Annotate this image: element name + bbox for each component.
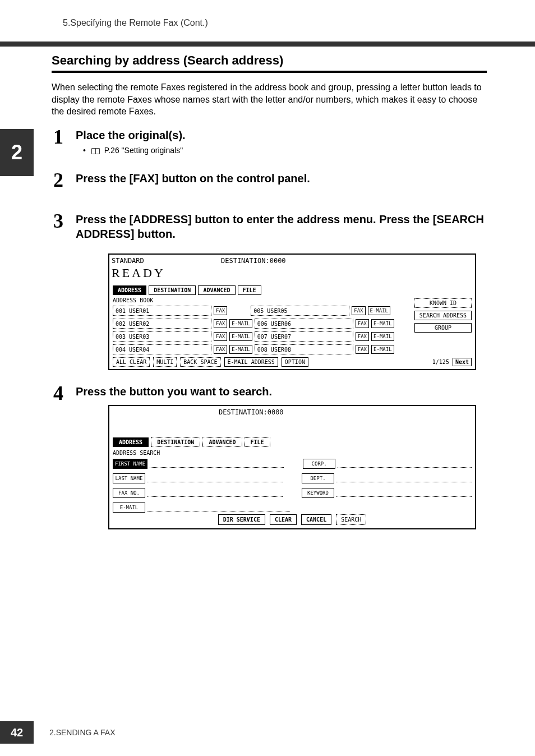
fax-badge[interactable]: FAX <box>214 345 227 354</box>
dir-service-button[interactable]: DIR SERVICE <box>218 514 265 525</box>
all-clear-button[interactable]: ALL CLEAR <box>113 357 150 367</box>
email-badge[interactable]: E-MAIL <box>371 332 394 341</box>
keyword-button[interactable]: KEYWORD <box>302 488 334 498</box>
search-grid: FIRST NAME CORP. LAST NAME DEPT. FAX NO.… <box>113 458 472 516</box>
bottom-bar: ALL CLEAR MULTI BACK SPACE E-MAIL ADDRES… <box>113 357 472 367</box>
option-button[interactable]: OPTION <box>282 357 308 367</box>
list-item[interactable]: 004 USER04 <box>113 344 211 354</box>
list-item[interactable]: 006 USER06 <box>255 319 353 329</box>
tab-file[interactable]: FILE <box>238 285 261 295</box>
section-rule <box>52 71 487 73</box>
header-rule <box>0 42 535 47</box>
step-number: 1 <box>53 125 63 149</box>
chapter-side-tab: 2 <box>0 129 34 176</box>
tab-address[interactable]: ADDRESS <box>113 437 149 447</box>
corp-field[interactable] <box>338 460 472 468</box>
search-address-button[interactable]: SEARCH ADDRESS <box>414 311 472 320</box>
search-button[interactable]: SEARCH <box>336 514 366 525</box>
fax-badge[interactable]: FAX <box>214 332 227 341</box>
book-icon <box>91 148 100 154</box>
keyword-field[interactable] <box>336 489 472 497</box>
section-heading: Searching by address (Search address) <box>52 53 283 68</box>
list-item[interactable]: 007 USER07 <box>255 331 353 342</box>
tab-destination[interactable]: DESTINATION <box>149 285 196 295</box>
tab-destination[interactable]: DESTINATION <box>151 437 200 447</box>
table-row: 001 USER01 FAX 005 USER05 FAX E-MAIL <box>113 305 410 316</box>
top-tabs: ADDRESS DESTINATION ADVANCED FILE <box>113 437 270 447</box>
step-1: 1 Place the original(s). • P.26 "Setting… <box>56 128 487 155</box>
cancel-button[interactable]: CANCEL <box>301 514 331 525</box>
last-name-button[interactable]: LAST NAME <box>113 473 145 483</box>
destination-count: DESTINATION:0000 <box>219 408 284 416</box>
status-area: STANDARD DESTINATION:0000 READY <box>112 257 473 280</box>
list-item[interactable]: 005 USER05 <box>251 306 349 316</box>
known-id-button[interactable]: KNOWN ID <box>414 298 472 308</box>
step-title: Press the [ADDRESS] button to enter the … <box>76 212 487 241</box>
group-button[interactable]: GROUP <box>414 323 472 333</box>
email-field[interactable] <box>147 504 290 511</box>
fax-badge[interactable]: FAX <box>352 306 365 315</box>
step-number: 2 <box>53 168 63 192</box>
fax-no-field[interactable] <box>147 489 283 497</box>
destination-count: DESTINATION:0000 <box>221 257 286 265</box>
email-badge[interactable]: E-MAIL <box>229 345 252 354</box>
fax-badge[interactable]: FAX <box>356 345 369 354</box>
last-name-field[interactable] <box>147 474 283 482</box>
step-2: 2 Press the [FAX] button on the control … <box>56 171 487 186</box>
bottom-bar: DIR SERVICE CLEAR CANCEL SEARCH <box>113 514 472 525</box>
list-item[interactable]: 003 USER03 <box>113 331 211 342</box>
fax-badge[interactable]: FAX <box>214 319 227 328</box>
table-row: 004 USER04 FAX E-MAIL 008 USER08 FAX E-M… <box>113 344 410 355</box>
clear-button[interactable]: CLEAR <box>270 514 297 525</box>
fax-badge[interactable]: FAX <box>356 319 369 328</box>
screenshot-address-book: STANDARD DESTINATION:0000 READY ADDRESS … <box>108 253 476 370</box>
fax-badge[interactable]: FAX <box>214 306 227 315</box>
breadcrumb: 5.Specifying the Remote Fax (Cont.) <box>63 18 208 28</box>
address-search-label: ADDRESS SEARCH <box>113 450 160 456</box>
tab-advanced[interactable]: ADVANCED <box>202 437 242 447</box>
fax-no-button[interactable]: FAX NO. <box>113 488 145 498</box>
backspace-button[interactable]: BACK SPACE <box>180 357 220 367</box>
bullet-icon: • <box>83 146 86 155</box>
ready-label: READY <box>112 266 473 280</box>
email-badge[interactable]: E-MAIL <box>371 345 394 354</box>
fax-badge[interactable]: FAX <box>356 332 369 341</box>
list-item[interactable]: 001 USER01 <box>113 306 211 316</box>
email-badge[interactable]: E-MAIL <box>229 332 252 341</box>
tab-advanced[interactable]: ADVANCED <box>198 285 235 295</box>
side-buttons: KNOWN ID SEARCH ADDRESS GROUP <box>414 298 472 335</box>
step-1-reference-text: P.26 "Setting originals" <box>104 146 183 155</box>
dept-button[interactable]: DEPT. <box>302 473 334 483</box>
pager-label: 1/125 <box>432 359 449 365</box>
next-button[interactable]: Next <box>453 358 472 366</box>
first-name-field[interactable] <box>150 460 284 468</box>
address-list: 001 USER01 FAX 005 USER05 FAX E-MAIL 002… <box>113 305 410 357</box>
email-button[interactable]: E-MAIL <box>113 503 145 513</box>
step-title: Place the original(s). <box>76 128 487 142</box>
list-item[interactable]: 008 USER08 <box>255 344 353 354</box>
dept-field[interactable] <box>336 474 472 482</box>
intro-paragraph: When selecting the remote Faxes register… <box>52 81 487 118</box>
email-badge[interactable]: E-MAIL <box>229 319 252 328</box>
footer: 42 2.SENDING A FAX <box>0 721 535 744</box>
list-item[interactable]: 002 USER02 <box>113 319 211 329</box>
footer-text: 2.SENDING A FAX <box>49 728 116 737</box>
email-address-button[interactable]: E-MAIL ADDRESS <box>224 357 278 367</box>
search-row: FIRST NAME CORP. <box>113 458 472 470</box>
top-tabs: ADDRESS DESTINATION ADVANCED FILE <box>113 285 261 295</box>
email-badge[interactable]: E-MAIL <box>371 319 394 328</box>
tab-file[interactable]: FILE <box>245 437 270 447</box>
step-4: 4 Press the button you want to search. <box>56 384 487 399</box>
search-row: LAST NAME DEPT. <box>113 472 472 485</box>
page-number: 42 <box>0 721 34 744</box>
address-book-label: ADDRESS BOOK <box>113 297 153 303</box>
first-name-button[interactable]: FIRST NAME <box>113 459 147 469</box>
email-badge[interactable]: E-MAIL <box>368 306 391 315</box>
corp-button[interactable]: CORP. <box>303 459 335 469</box>
standard-label: STANDARD <box>112 257 473 265</box>
tab-address[interactable]: ADDRESS <box>113 285 146 295</box>
step-number: 4 <box>53 381 63 405</box>
multi-button[interactable]: MULTI <box>153 357 177 367</box>
step-1-reference: • P.26 "Setting originals" <box>83 146 487 155</box>
step-title: Press the button you want to search. <box>76 384 487 399</box>
